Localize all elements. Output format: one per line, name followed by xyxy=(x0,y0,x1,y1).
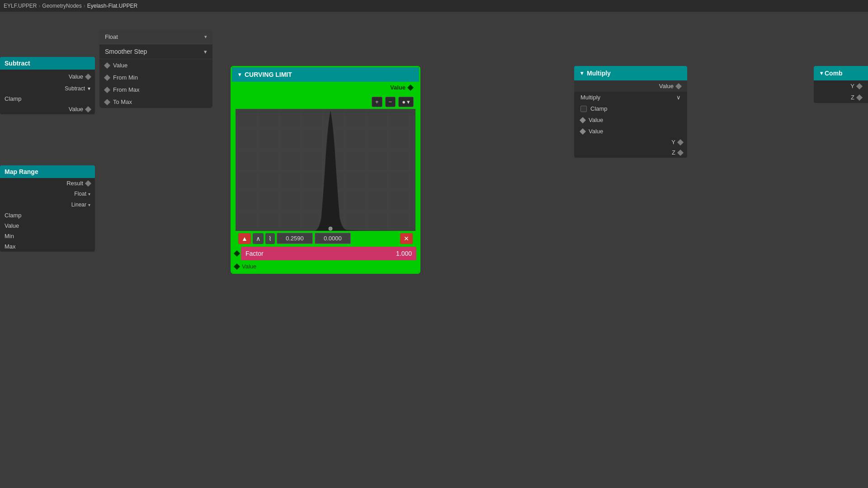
curve-chart[interactable] xyxy=(236,109,415,231)
multiply-socket-row2: Value xyxy=(574,126,687,137)
maprange-max: Max xyxy=(0,241,95,252)
socket-from-min-icon xyxy=(104,74,110,80)
combine-header: ▾ Comb xyxy=(814,66,868,80)
socket-from-max-icon xyxy=(104,86,110,93)
subtract-dropdown[interactable]: Subtract ▾ xyxy=(0,84,95,94)
multiply-value2-label: Value xyxy=(589,128,603,135)
factor-row: Factor 1.000 xyxy=(232,246,419,261)
subtract-value-socket xyxy=(85,73,91,80)
node-multiply: ▾ Multiply Value Multiply ∨ Clamp Value … xyxy=(574,66,687,158)
socket-to-max-icon xyxy=(104,99,110,105)
subtract-title: Subtract xyxy=(5,60,30,67)
svg-point-6 xyxy=(329,227,332,230)
maprange-header: Map Range xyxy=(0,165,95,178)
multiply-value1-socket xyxy=(580,117,586,123)
factor-button[interactable]: Factor 1.000 xyxy=(241,247,416,260)
maprange-linear-dropdown[interactable]: Linear ▾ xyxy=(0,199,95,210)
curving-value-label: Value xyxy=(390,84,406,91)
combine-title: Comb xyxy=(825,70,843,77)
node-subtype-row[interactable]: Smoother Step ▾ xyxy=(99,44,212,59)
breadcrumb-item1[interactable]: EYLF.UPPER xyxy=(4,3,37,9)
breadcrumb: EYLF.UPPER › GeometryNodes › Eyelash-Fla… xyxy=(0,0,868,12)
maprange-float-arrow: ▾ xyxy=(88,192,90,197)
multiply-z-row: Z xyxy=(574,147,687,158)
maprange-result: Result xyxy=(0,178,95,188)
maprange-result-label: Result xyxy=(66,180,83,187)
clamp-label: Clamp xyxy=(590,105,608,112)
socket-from-min-label: From Min xyxy=(113,74,138,81)
socket-to-max: To Max xyxy=(99,96,212,108)
node-subtract: Subtract Value Subtract ▾ Clamp Value xyxy=(0,57,95,114)
close-icon: ✕ xyxy=(404,235,409,242)
multiply-type-dropdown[interactable]: Multiply ∨ xyxy=(574,92,687,103)
curving-value-in-socket xyxy=(234,263,240,269)
socket-value-label: Value xyxy=(113,62,127,69)
maprange-clamp: Clamp xyxy=(0,210,95,221)
multiply-y-row: Y xyxy=(574,137,687,147)
zoom-in-icon: + xyxy=(375,99,379,105)
maprange-title: Map Range xyxy=(5,168,38,175)
node-curving-limit: ▾ CURVING LIMIT Value + − ● ▾ xyxy=(231,66,420,274)
subtract-clamp: Clamp xyxy=(0,94,95,104)
node-combine: ▾ Comb Y Z xyxy=(814,66,868,103)
multiply-collapse-arrow[interactable]: ▾ xyxy=(580,70,583,76)
combine-collapse-arrow[interactable]: ▾ xyxy=(820,70,823,76)
factor-label: Factor xyxy=(245,250,264,257)
wave-icon: ⌇ xyxy=(269,235,272,242)
curving-value-row: Value xyxy=(232,82,419,93)
curve-x-value[interactable]: 0.2590 xyxy=(277,233,313,244)
multiply-value1-label: Value xyxy=(589,117,603,123)
factor-socket xyxy=(234,250,240,257)
curve-toolbar: + − ● ▾ xyxy=(236,95,415,109)
socket-from-min: From Min xyxy=(99,71,212,84)
node-maprange: Map Range Result Float ▾ Linear ▾ Clamp … xyxy=(0,165,95,252)
maprange-min: Min xyxy=(0,231,95,241)
subtract-header: Subtract xyxy=(0,57,95,70)
combine-y-label: Y xyxy=(850,83,854,89)
curving-collapse-arrow[interactable]: ▾ xyxy=(238,71,241,78)
zoom-out-icon: − xyxy=(389,99,392,105)
curving-value-in-label: Value xyxy=(242,263,256,270)
combine-y-socket xyxy=(856,83,863,89)
multiply-header: ▾ Multiply xyxy=(574,66,687,80)
circle-icon: ● xyxy=(402,99,406,105)
curve-reset-btn[interactable]: ▲ xyxy=(238,233,251,244)
subtract-type-label: Subtract xyxy=(65,85,85,92)
curve-circle-btn[interactable]: ● ▾ xyxy=(398,97,414,107)
curve-zoom-in-btn[interactable]: + xyxy=(372,97,382,107)
socket-value-icon xyxy=(104,62,110,68)
curve-close-btn[interactable]: ✕ xyxy=(400,233,413,244)
subtract-value-row: Value xyxy=(0,71,95,82)
combine-z-label: Z xyxy=(851,94,854,101)
multiply-value-label: Value xyxy=(659,83,674,89)
multiply-z-socket xyxy=(677,149,684,155)
breadcrumb-item3[interactable]: Eyelash-Flat.UPPER xyxy=(87,3,137,9)
multiply-value-socket xyxy=(675,83,682,89)
curve-triangle-btn[interactable]: ∧ xyxy=(253,233,264,244)
maprange-result-socket xyxy=(85,180,91,186)
socket-from-max-label: From Max xyxy=(113,86,140,93)
maprange-float-label: Float xyxy=(74,191,86,197)
clamp-checkbox[interactable] xyxy=(580,106,587,112)
curve-area: + − ● ▾ xyxy=(232,93,419,246)
curve-bottom-controls: ▲ ∧ ⌇ 0.2590 0.0000 ✕ xyxy=(236,231,415,246)
maprange-linear-label: Linear xyxy=(71,202,86,208)
reset-icon: ▲ xyxy=(241,235,248,242)
multiply-y-label: Y xyxy=(671,139,675,145)
maprange-linear-arrow: ▾ xyxy=(88,202,90,207)
triangle-icon: ∧ xyxy=(256,235,260,242)
maprange-value: Value xyxy=(0,221,95,231)
subtract-value-out: Value xyxy=(0,104,95,114)
multiply-y-socket xyxy=(677,139,684,145)
node-type-label: Float xyxy=(105,33,118,40)
curve-wave-btn[interactable]: ⌇ xyxy=(265,233,275,244)
subtype-dropdown-icon: ▾ xyxy=(204,48,207,55)
curve-y-value[interactable]: 0.0000 xyxy=(315,233,351,244)
maprange-float-dropdown[interactable]: Float ▾ xyxy=(0,188,95,199)
curving-value-socket-row: Value xyxy=(232,261,419,272)
node-type-row[interactable]: Float ▾ xyxy=(99,30,212,44)
curving-title: CURVING LIMIT xyxy=(245,71,292,78)
breadcrumb-item2[interactable]: GeometryNodes xyxy=(42,3,81,9)
node-editor-canvas[interactable]: Float ▾ Smoother Step ▾ Value From Min F… xyxy=(0,12,868,488)
curve-zoom-out-btn[interactable]: − xyxy=(385,97,396,107)
